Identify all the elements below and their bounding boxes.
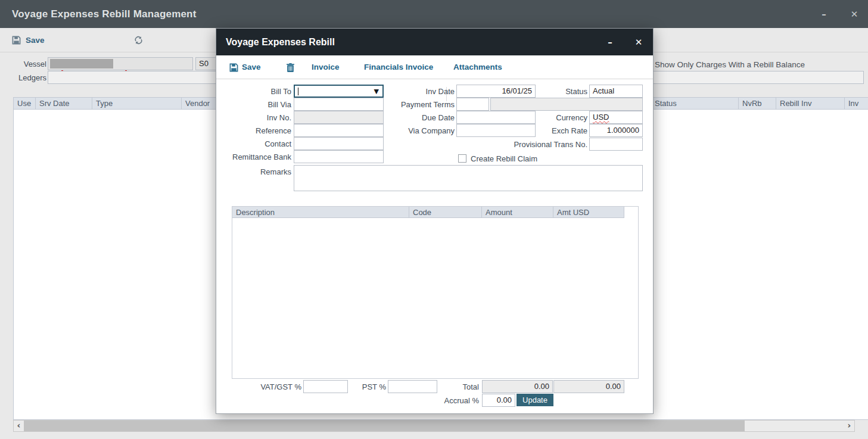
column-header-amt-usd[interactable]: Amt USD (553, 207, 624, 218)
payment-terms-description (490, 98, 643, 111)
bill-to-dropdown[interactable]: ▼ (294, 85, 384, 98)
save-icon (229, 63, 238, 72)
vessel-label: Vessel (0, 58, 46, 71)
minimize-icon[interactable]: – (816, 7, 832, 22)
total-label: Total (431, 381, 479, 394)
bill-to-label: Bill To (216, 85, 291, 98)
column-header-srv-date[interactable]: Srv Date (36, 97, 92, 110)
due-date-label: Due Date (383, 111, 455, 124)
total-amount-field: 0.00 (482, 380, 553, 393)
remittance-bank-label: Remittance Bank (216, 151, 291, 164)
inv-date-label: Inv Date (383, 85, 455, 98)
text-cursor (298, 88, 298, 95)
ledgers-label: Ledgers (0, 71, 46, 85)
column-header-type[interactable]: Type (92, 97, 182, 110)
column-header-description[interactable]: Description (232, 207, 409, 218)
dialog-titlebar: Voyage Expenses Rebill – ✕ (216, 29, 653, 55)
refresh-icon[interactable] (134, 36, 143, 45)
remittance-bank-input[interactable] (294, 150, 384, 163)
contact-input[interactable] (294, 137, 384, 150)
status-input[interactable]: Actual (589, 85, 643, 98)
reference-label: Reference (216, 124, 291, 138)
column-header-nvrb[interactable]: NvRb (739, 97, 776, 110)
inv-no-label: Inv No. (216, 111, 291, 124)
dialog-toolbar: Save Invoice Financials Invoice Attachme… (216, 55, 653, 79)
accrual-label: Accrual % (431, 394, 479, 407)
dialog-title: Voyage Expenses Rebill (226, 29, 335, 55)
scrollbar-thumb[interactable] (24, 421, 745, 431)
dialog-minimize-icon[interactable]: – (602, 35, 618, 50)
save-button[interactable]: Save (26, 36, 45, 45)
pst-label: PST % (326, 381, 386, 394)
via-company-label: Via Company (383, 124, 455, 138)
scroll-right-icon[interactable]: › (844, 421, 854, 431)
close-icon[interactable]: ✕ (847, 7, 862, 22)
accrual-input[interactable]: 0.00 (482, 394, 515, 407)
vat-gst-label: VAT/GST % (216, 381, 301, 394)
column-header-use[interactable]: Use (13, 97, 36, 110)
financials-invoice-tab[interactable]: Financials Invoice (364, 55, 433, 79)
reference-input[interactable] (294, 124, 384, 137)
screen: Voyage Expenses Rebill Management – ✕ Sa… (0, 0, 868, 439)
currency-value: USD (593, 113, 609, 122)
vessel-value-redacted (50, 59, 113, 69)
bill-via-input[interactable] (294, 98, 384, 111)
column-header-rebill-inv[interactable]: Rebill Inv (776, 97, 845, 110)
exch-rate-label: Exch Rate (516, 124, 587, 138)
invoice-tab[interactable]: Invoice (312, 55, 340, 79)
contact-label: Contact (216, 138, 291, 151)
currency-input[interactable]: USD (589, 111, 643, 124)
exch-rate-input[interactable]: 1.000000 (589, 124, 643, 137)
main-window-titlebar: Voyage Expenses Rebill Management – ✕ (0, 0, 868, 28)
column-header-amount[interactable]: Amount (482, 207, 553, 218)
voyage-expenses-rebill-dialog: Voyage Expenses Rebill – ✕ Save (216, 28, 654, 414)
main-window-title: Voyage Expenses Rebill Management (12, 0, 197, 28)
line-items-grid[interactable]: Description Code Amount Amt USD (232, 206, 639, 379)
create-rebill-claim-checkbox[interactable] (458, 154, 466, 163)
provisional-trans-no-input[interactable] (589, 138, 643, 151)
bill-via-label: Bill Via (216, 98, 291, 111)
remarks-label: Remarks (216, 166, 291, 179)
column-header-code[interactable]: Code (409, 207, 482, 218)
create-rebill-claim-label[interactable]: Create Rebill Claim (471, 154, 537, 164)
horizontal-scrollbar[interactable]: ‹ › (13, 420, 855, 432)
pst-input[interactable] (388, 380, 437, 393)
currency-label: Currency (516, 111, 587, 124)
inv-no-input (294, 111, 384, 124)
delete-icon[interactable] (287, 63, 294, 72)
dialog-save-button[interactable]: Save (242, 55, 261, 79)
remarks-textarea[interactable] (294, 165, 643, 191)
column-header-inv[interactable]: Inv (845, 97, 868, 110)
dialog-close-icon[interactable]: ✕ (631, 35, 646, 50)
total-amt-usd-field: 0.00 (553, 380, 624, 393)
payment-terms-input[interactable] (456, 98, 489, 111)
status-label: Status (516, 85, 587, 98)
scroll-left-icon[interactable]: ‹ (14, 421, 24, 431)
provisional-trans-no-label: Provisional Trans No. (443, 138, 587, 151)
attachments-tab[interactable]: Attachments (453, 55, 502, 79)
payment-terms-label: Payment Terms (383, 98, 455, 111)
update-button[interactable]: Update (517, 394, 553, 406)
column-header-status[interactable]: Status (651, 97, 739, 110)
save-icon (12, 36, 21, 45)
chevron-down-icon[interactable]: ▼ (374, 86, 379, 97)
rebill-balance-filter-label[interactable]: Show Only Charges With a Rebill Balance (655, 58, 805, 71)
